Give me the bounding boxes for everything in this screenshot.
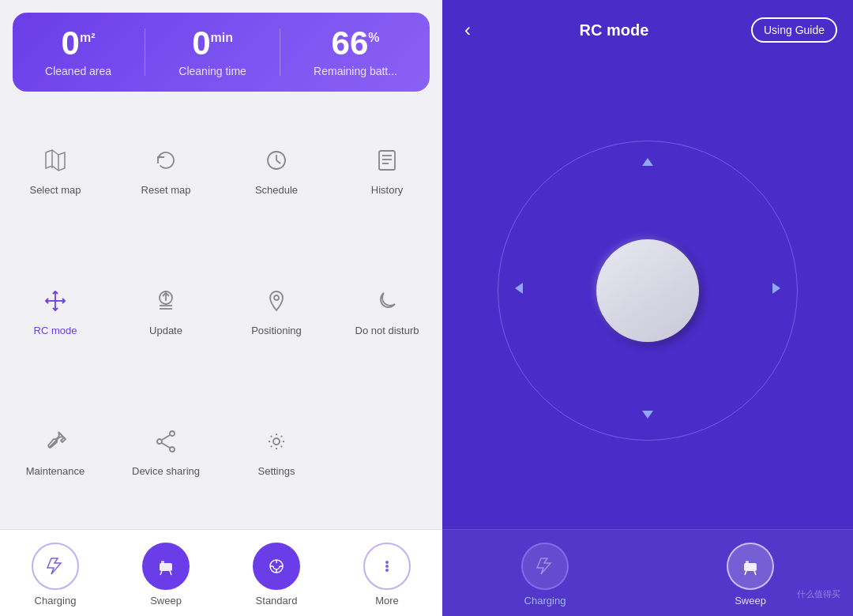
- clock-icon: [259, 143, 294, 178]
- stats-card: 0 m² Cleaned area 0 min Cleaning time 66…: [13, 13, 430, 92]
- right-arrow-button[interactable]: [765, 279, 784, 302]
- cleaned-area-unit: m²: [80, 32, 96, 44]
- gear-icon: [259, 424, 294, 459]
- rc-tab-charging[interactable]: Charging: [521, 543, 569, 607]
- map-icon: [38, 143, 73, 178]
- svg-point-17: [157, 439, 162, 444]
- menu-label-rc-mode: RC mode: [34, 325, 77, 338]
- battery-label: Remaining batt...: [314, 65, 397, 77]
- svg-point-31: [385, 561, 389, 564]
- menu-label-history: History: [371, 184, 403, 197]
- battery-value: 66 %: [332, 27, 380, 60]
- menu-label-do-not-disturb: Do not disturb: [355, 325, 419, 338]
- tab-label-charging: Charging: [35, 595, 77, 607]
- rc-control-area: [442, 52, 853, 529]
- menu-item-select-map[interactable]: Select map: [0, 100, 111, 240]
- rc-tab-label-charging: Charging: [524, 595, 566, 607]
- svg-point-33: [385, 569, 389, 572]
- cleaning-time-unit: min: [211, 32, 233, 44]
- tab-label-sweep: Sweep: [150, 595, 182, 607]
- rc-sweep-circle: [727, 543, 774, 590]
- tab-charging[interactable]: Charging: [32, 543, 79, 607]
- menu-item-settings[interactable]: Settings: [221, 381, 332, 521]
- svg-line-4: [276, 160, 280, 163]
- battery-stat: 66 % Remaining batt...: [314, 27, 397, 77]
- svg-line-24: [160, 571, 162, 575]
- rc-bottom-bar: Charging Sweep: [442, 529, 853, 616]
- menu-label-maintenance: Maintenance: [26, 465, 85, 479]
- menu-item-empty: [332, 381, 442, 521]
- svg-line-25: [170, 571, 171, 575]
- cleaned-area-label: Cleaned area: [45, 65, 111, 77]
- reset-icon: [148, 143, 183, 178]
- svg-line-20: [162, 443, 170, 448]
- svg-line-36: [745, 571, 746, 575]
- cleaned-area-value: 0 m²: [62, 27, 96, 60]
- rc-direction-pad: [498, 141, 798, 441]
- menu-label-schedule: Schedule: [255, 184, 298, 197]
- menu-item-schedule[interactable]: Schedule: [221, 100, 332, 240]
- tab-sweep[interactable]: Sweep: [142, 543, 190, 607]
- sweep-circle: [142, 543, 190, 590]
- menu-label-settings: Settings: [258, 465, 295, 479]
- up-arrow-button[interactable]: [638, 154, 657, 178]
- down-arrow-button[interactable]: [638, 404, 657, 427]
- svg-rect-5: [379, 151, 395, 170]
- tab-more[interactable]: More: [363, 543, 411, 607]
- rc-tab-sweep[interactable]: Sweep: [727, 543, 774, 607]
- cleaning-time-stat: 0 min Cleaning time: [178, 27, 246, 77]
- arrows-icon: [38, 284, 73, 318]
- back-button[interactable]: ‹: [458, 16, 477, 44]
- history-icon: [370, 143, 404, 178]
- svg-point-32: [385, 565, 389, 568]
- stat-divider-1: [145, 28, 145, 76]
- standard-circle: [253, 543, 300, 590]
- menu-label-positioning: Positioning: [251, 325, 302, 338]
- svg-rect-23: [161, 561, 164, 565]
- svg-line-37: [754, 571, 756, 575]
- menu-item-positioning[interactable]: Positioning: [221, 240, 332, 381]
- menu-label-select-map: Select map: [29, 184, 81, 197]
- cleaning-time-label: Cleaning time: [178, 65, 246, 77]
- menu-item-reset-map[interactable]: Reset map: [111, 100, 221, 240]
- wrench-icon: [38, 424, 73, 459]
- rc-tab-label-sweep: Sweep: [735, 595, 766, 607]
- more-circle: [363, 543, 411, 590]
- right-panel: ‹ RC mode Using Guide: [442, 0, 853, 616]
- using-guide-button[interactable]: Using Guide: [751, 17, 837, 43]
- svg-point-16: [170, 431, 175, 436]
- menu-item-maintenance[interactable]: Maintenance: [0, 381, 111, 521]
- tab-label-more: More: [375, 595, 399, 607]
- moon-icon: [370, 284, 404, 318]
- battery-unit: %: [368, 32, 379, 44]
- menu-item-rc-mode[interactable]: RC mode: [0, 240, 111, 381]
- menu-label-update: Update: [149, 325, 182, 338]
- tab-standard[interactable]: Standard: [253, 543, 300, 607]
- menu-item-device-sharing[interactable]: Device sharing: [111, 381, 221, 521]
- share-icon: [148, 424, 183, 459]
- menu-item-update[interactable]: Update: [111, 240, 221, 381]
- left-panel: 0 m² Cleaned area 0 min Cleaning time 66…: [0, 0, 442, 616]
- rc-header: ‹ RC mode Using Guide: [442, 0, 853, 52]
- rc-title: RC mode: [580, 21, 649, 39]
- svg-point-15: [274, 295, 279, 300]
- menu-grid: Select map Reset map Schedule: [0, 92, 442, 529]
- charging-circle: [32, 543, 79, 590]
- watermark: 什么值得买: [797, 588, 840, 600]
- tab-label-standard: Standard: [256, 595, 298, 607]
- svg-line-19: [162, 435, 170, 440]
- menu-item-do-not-disturb[interactable]: Do not disturb: [332, 240, 442, 381]
- upload-icon: [148, 284, 183, 318]
- svg-point-21: [273, 438, 280, 445]
- left-arrow-button[interactable]: [511, 279, 530, 302]
- stat-divider-2: [280, 28, 280, 76]
- rc-charging-circle: [521, 543, 569, 590]
- pin-icon: [259, 284, 294, 318]
- bottom-bar: Charging Sweep: [0, 529, 442, 616]
- cleaning-time-value: 0 min: [192, 27, 233, 60]
- menu-label-device-sharing: Device sharing: [132, 465, 200, 479]
- menu-item-history[interactable]: History: [332, 100, 442, 240]
- rc-center-button[interactable]: [596, 239, 699, 342]
- svg-point-18: [170, 447, 175, 452]
- menu-label-reset-map: Reset map: [141, 184, 191, 197]
